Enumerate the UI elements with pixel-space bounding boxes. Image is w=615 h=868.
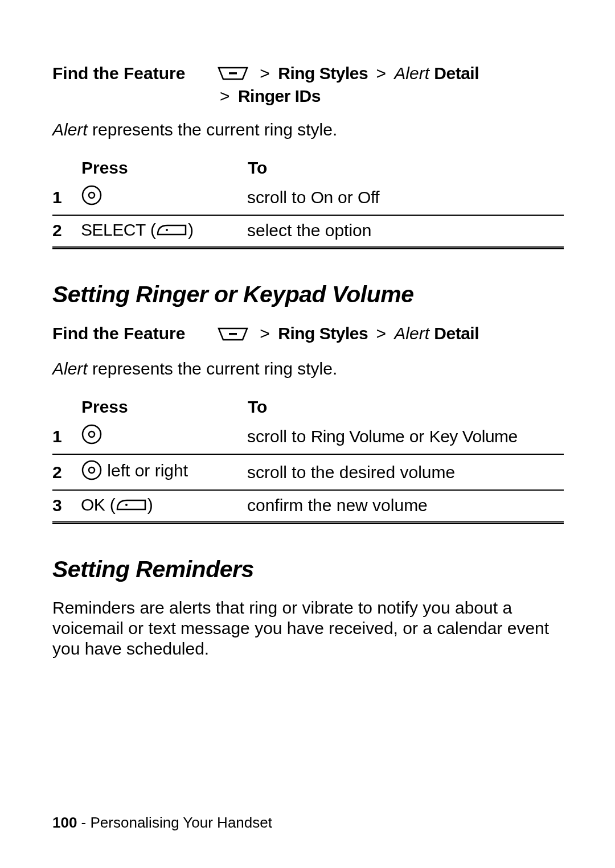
softkey-icon [116, 496, 147, 516]
heading-ringer-keypad-volume: Setting Ringer or Keypad Volume [52, 281, 564, 308]
svg-point-7 [83, 461, 101, 479]
desc-rest: represents the current ring style. [88, 120, 338, 139]
find-the-feature-row: Find the Feature > Ring Styles > Alert D… [52, 323, 564, 345]
table-row: 2 left or right scroll to the desired vo… [52, 454, 564, 490]
path-detail: Detail [434, 64, 479, 83]
to-text: scroll to [247, 427, 311, 446]
svg-point-6 [89, 431, 95, 437]
to-cell: select the option [247, 215, 564, 248]
path-ringer-ids: Ringer IDs [238, 87, 321, 105]
press-cell [81, 180, 247, 215]
press-cell: SELECT ( ) [81, 215, 247, 248]
path-separator: > [220, 87, 230, 105]
press-cell: OK ( ) [81, 490, 247, 523]
press-cell [81, 419, 247, 454]
svg-point-2 [89, 192, 95, 198]
footer-sep: - [77, 814, 90, 831]
path-detail: Detail [434, 324, 479, 343]
steps-table-volume: Press To 1 scroll to Ring Volume or Key … [52, 397, 564, 524]
alert-description: Alert represents the current ring style. [52, 120, 564, 139]
menu-path: > Ring Styles > Alert Detail > Ringer ID… [216, 63, 479, 106]
table-header-row: Press To [52, 397, 564, 419]
press-cell: left or right [81, 454, 247, 490]
path-separator: > [376, 324, 386, 343]
to-on: On [311, 188, 333, 207]
table-row: 1 scroll to Ring Volume or Key Volume [52, 419, 564, 454]
steps-table-ringer-ids: Press To 1 scroll to On or Off 2 SELECT [52, 158, 564, 249]
nav-key-icon [81, 423, 102, 449]
to-cell: scroll to the desired volume [247, 454, 564, 490]
to-text: scroll to [247, 188, 311, 207]
path-alert: Alert [394, 324, 429, 343]
step-number: 2 [52, 454, 81, 490]
menu-path: > Ring Styles > Alert Detail [216, 323, 479, 345]
nav-key-icon [81, 459, 102, 485]
table-row: 3 OK ( ) confirm the new volume [52, 490, 564, 523]
to-key-volume: Key Volume [429, 427, 518, 446]
header-press: Press [81, 397, 247, 419]
step-number: 3 [52, 490, 81, 523]
path-separator: > [260, 324, 270, 343]
svg-point-1 [83, 186, 101, 204]
ok-label: OK [81, 495, 105, 514]
footer-title: Personalising Your Handset [91, 814, 272, 831]
page-number: 100 [52, 814, 77, 831]
to-cell: scroll to On or Off [247, 180, 564, 215]
manual-page: Find the Feature > Ring Styles > Alert D… [0, 0, 615, 868]
reminders-body: Reminders are alerts that ring or vibrat… [52, 598, 564, 659]
path-alert: Alert [394, 64, 429, 83]
header-press: Press [81, 158, 247, 180]
path-ring-styles: Ring Styles [278, 324, 368, 343]
to-cell: scroll to Ring Volume or Key Volume [247, 419, 564, 454]
find-the-feature-label: Find the Feature [52, 323, 216, 343]
table-row: 1 scroll to On or Off [52, 180, 564, 215]
path-separator: > [376, 64, 386, 83]
page-footer: 100 - Personalising Your Handset [52, 814, 272, 832]
menu-key-icon [216, 324, 249, 346]
svg-point-3 [166, 229, 168, 231]
desc-rest: represents the current ring style. [88, 359, 338, 378]
svg-rect-0 [229, 72, 237, 75]
find-the-feature-row: Find the Feature > Ring Styles > Alert D… [52, 63, 564, 106]
alert-word: Alert [52, 359, 88, 378]
table-header-row: Press To [52, 158, 564, 180]
to-or: or [404, 427, 429, 446]
step-number: 2 [52, 215, 81, 248]
alert-description: Alert represents the current ring style. [52, 359, 564, 379]
step-number: 1 [52, 419, 81, 454]
to-or: or [333, 188, 358, 207]
press-suffix: left or right [102, 462, 188, 480]
step-number: 1 [52, 180, 81, 215]
to-off: Off [358, 188, 379, 207]
table-row: 2 SELECT ( ) select the option [52, 215, 564, 248]
path-separator: > [260, 64, 270, 83]
heading-setting-reminders: Setting Reminders [52, 556, 564, 583]
alert-word: Alert [52, 120, 88, 139]
to-cell: confirm the new volume [247, 490, 564, 523]
find-the-feature-label: Find the Feature [52, 63, 216, 83]
select-label: SELECT [81, 220, 146, 239]
menu-key-icon [216, 64, 249, 85]
header-to: To [247, 397, 564, 419]
header-to: To [247, 158, 564, 180]
nav-key-icon [81, 184, 102, 210]
path-ring-styles: Ring Styles [278, 64, 368, 83]
to-ring-volume: Ring Volume [311, 427, 405, 446]
softkey-icon [156, 221, 188, 241]
svg-point-5 [83, 425, 101, 443]
svg-point-8 [89, 467, 95, 473]
svg-rect-4 [229, 333, 237, 335]
svg-point-9 [125, 504, 128, 506]
